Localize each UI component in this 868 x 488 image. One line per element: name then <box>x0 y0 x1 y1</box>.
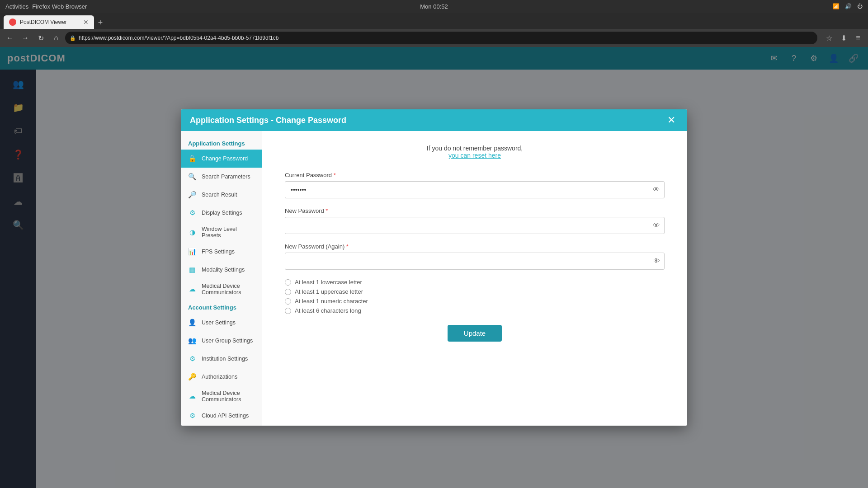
back-button[interactable]: ← <box>4 32 16 44</box>
reset-link[interactable]: you can reset here <box>448 152 501 159</box>
network-icon: 📶 <box>833 3 840 9</box>
power-icon: ⏻ <box>857 3 863 9</box>
firefox-label: Firefox Web Browser <box>32 3 87 10</box>
req-item-lowercase: At least 1 lowercase letter <box>285 279 665 286</box>
settings-modal: Application Settings - Change Password ✕… <box>181 109 687 426</box>
req-item-length: At least 6 characters long <box>285 307 665 314</box>
new-password-label: New Password * <box>285 207 665 214</box>
sidebar-item-overview[interactable]: 📋 Overview <box>181 425 262 426</box>
sidebar-label-search-result: Search Result <box>202 192 237 198</box>
req-item-uppercase: At least 1 uppercase letter <box>285 288 665 295</box>
new-password-input[interactable] <box>285 217 665 234</box>
home-button[interactable]: ⌂ <box>50 32 62 44</box>
activities-label[interactable]: Activities <box>5 3 28 10</box>
modal-title: Application Settings - Change Password <box>190 116 346 125</box>
lock-sidebar-icon: 🔒 <box>187 154 197 164</box>
sidebar-item-search-result[interactable]: 🔎 Search Result <box>181 186 262 204</box>
sidebar-item-display-settings[interactable]: ⚙ Display Settings <box>181 204 262 222</box>
user-settings-sidebar-icon: 👤 <box>187 318 197 328</box>
browser-chrome: PostDICOM Viewer ✕ + ← → ↻ ⌂ 🔒 https://w… <box>0 13 868 47</box>
sidebar-item-fps-settings[interactable]: 📊 FPS Settings <box>181 243 262 261</box>
new-password-again-eye-icon[interactable]: 👁 <box>653 257 660 265</box>
new-password-again-label: New Password (Again) * <box>285 243 665 250</box>
sidebar-item-medical-device-communicators[interactable]: ☁ Medical Device Communicators <box>181 386 262 407</box>
browser-tab[interactable]: PostDICOM Viewer ✕ <box>4 15 94 29</box>
sidebar-item-change-password[interactable]: 🔒 Change Password <box>181 150 262 168</box>
sidebar-label-search-parameters: Search Parameters <box>202 174 250 180</box>
os-time: Mon 00:52 <box>420 3 448 10</box>
cloud-api-sidebar-icon: ⚙ <box>187 411 197 421</box>
tab-close-button[interactable]: ✕ <box>83 19 89 26</box>
sidebar-label-display-settings: Display Settings <box>202 210 242 216</box>
sidebar-label-institution-settings: Institution Settings <box>202 356 248 362</box>
tab-title: PostDICOM Viewer <box>20 19 67 25</box>
institution-sidebar-icon: ⚙ <box>187 354 197 364</box>
sidebar-item-user-group-settings[interactable]: 👥 User Group Settings <box>181 332 262 350</box>
current-password-wrapper: 👁 <box>285 181 665 198</box>
fps-sidebar-icon: 📊 <box>187 247 197 257</box>
medical-device-app-sidebar-icon: ☁ <box>187 284 197 294</box>
menu-icon[interactable]: ≡ <box>852 32 864 44</box>
sidebar-label-cloud-api-settings: Cloud API Settings <box>202 413 249 419</box>
req-label-uppercase: At least 1 uppercase letter <box>295 288 363 295</box>
browser-content: postDICOM ✉ ? ⚙ 👤 🔗 👥 📁 🏷 ❓ 🅰 ☁ 🔍 <box>0 47 868 488</box>
req-circle-lowercase <box>285 279 291 286</box>
address-bar[interactable]: 🔒 https://www.postdicom.com/Viewer/?App=… <box>65 32 817 44</box>
sidebar-item-window-level-presets[interactable]: ◑ Window Level Presets <box>181 222 262 243</box>
current-password-input[interactable] <box>285 181 665 198</box>
reset-info-text: If you do not remember password, you can… <box>285 145 665 159</box>
lock-icon: 🔒 <box>70 35 76 41</box>
app-background: postDICOM ✉ ? ⚙ 👤 🔗 👥 📁 🏷 ❓ 🅰 ☁ 🔍 <box>0 47 868 488</box>
display-settings-sidebar-icon: ⚙ <box>187 208 197 218</box>
modal-overlay: Application Settings - Change Password ✕… <box>0 47 868 488</box>
sidebar-label-authorizations: Authorizations <box>202 374 237 380</box>
sidebar-item-user-settings[interactable]: 👤 User Settings <box>181 314 262 332</box>
sidebar-item-cloud-api-settings[interactable]: ⚙ Cloud API Settings <box>181 407 262 425</box>
new-tab-button[interactable]: + <box>94 16 107 29</box>
modal-form-content: If you do not remember password, you can… <box>262 131 687 426</box>
os-topbar-right: 📶 🔊 ⏻ <box>833 3 863 9</box>
downloads-icon[interactable]: ⬇ <box>837 32 850 44</box>
req-label-lowercase: At least 1 lowercase letter <box>295 279 362 286</box>
sound-icon: 🔊 <box>845 3 852 9</box>
new-password-group: New Password * 👁 <box>285 207 665 234</box>
os-topbar: Activities Firefox Web Browser Mon 00:52… <box>0 0 868 13</box>
new-password-again-input[interactable] <box>285 253 665 270</box>
account-settings-section-title: Account Settings <box>181 300 262 314</box>
sidebar-item-medical-device-app[interactable]: ☁ Medical Device Communicators <box>181 279 262 300</box>
req-item-numeric: At least 1 numeric character <box>285 298 665 305</box>
sidebar-item-authorizations[interactable]: 🔑 Authorizations <box>181 368 262 386</box>
sidebar-item-institution-settings[interactable]: ⚙ Institution Settings <box>181 350 262 368</box>
sidebar-item-search-parameters[interactable]: 🔍 Search Parameters <box>181 168 262 186</box>
update-button[interactable]: Update <box>448 325 502 342</box>
sidebar-label-user-settings: User Settings <box>202 319 236 326</box>
window-level-sidebar-icon: ◑ <box>187 227 197 237</box>
sidebar-label-modality-settings: Modality Settings <box>202 267 245 273</box>
current-password-group: Current Password * 👁 <box>285 172 665 198</box>
new-password-eye-icon[interactable]: 👁 <box>653 221 660 230</box>
tab-favicon <box>9 19 16 26</box>
req-label-numeric: At least 1 numeric character <box>295 298 368 305</box>
new-password-again-group: New Password (Again) * 👁 <box>285 243 665 270</box>
reload-button[interactable]: ↻ <box>34 32 47 44</box>
browser-tabbar: PostDICOM Viewer ✕ + <box>0 13 868 29</box>
sidebar-label-window-level-presets: Window Level Presets <box>202 226 255 239</box>
sidebar-label-change-password: Change Password <box>202 155 248 162</box>
new-password-required: * <box>326 207 328 214</box>
medical-device-sidebar-icon: ☁ <box>187 391 197 401</box>
sidebar-item-modality-settings[interactable]: ▦ Modality Settings <box>181 261 262 279</box>
sidebar-label-medical-device-communicators: Medical Device Communicators <box>202 390 255 403</box>
settings-sidebar: Application Settings 🔒 Change Password 🔍… <box>181 131 262 426</box>
app-settings-section-title: Application Settings <box>181 136 262 150</box>
search-params-sidebar-icon: 🔍 <box>187 172 197 182</box>
current-password-label: Current Password * <box>285 172 665 178</box>
forward-button[interactable]: → <box>19 32 32 44</box>
bookmarks-icon[interactable]: ☆ <box>823 32 835 44</box>
password-requirements: At least 1 lowercase letter At least 1 u… <box>285 279 665 314</box>
toolbar-actions: ☆ ⬇ ≡ <box>823 32 864 44</box>
modal-close-button[interactable]: ✕ <box>665 113 678 127</box>
req-circle-length <box>285 308 291 314</box>
browser-toolbar: ← → ↻ ⌂ 🔒 https://www.postdicom.com/View… <box>0 29 868 47</box>
modal-header: Application Settings - Change Password ✕ <box>181 109 687 131</box>
current-password-eye-icon[interactable]: 👁 <box>653 186 660 194</box>
